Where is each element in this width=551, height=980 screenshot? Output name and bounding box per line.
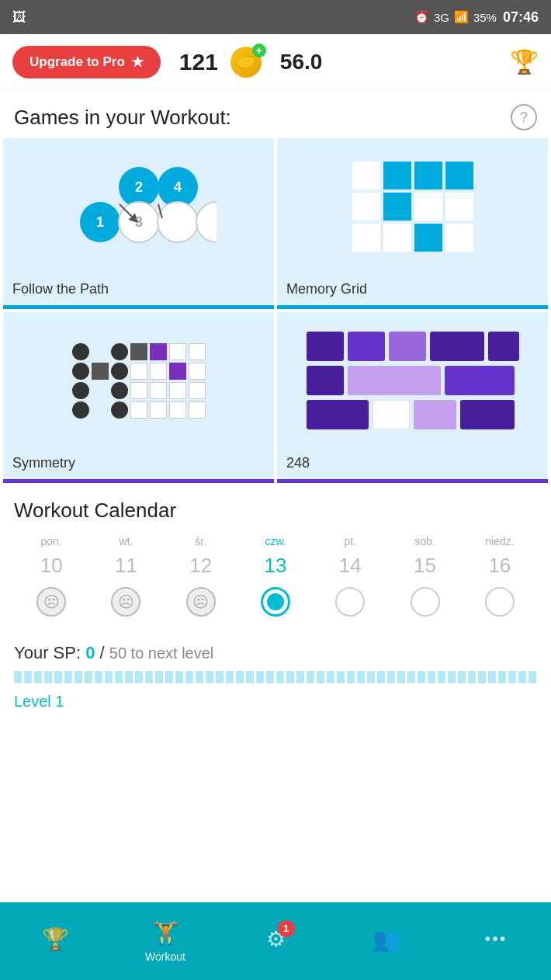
help-button[interactable]: ? [511, 104, 537, 130]
progress-segment [185, 671, 193, 683]
cal-status-0: ☹ [14, 581, 88, 623]
section-header: Games in your Workout: ? [0, 90, 551, 138]
active-circle-inner [267, 593, 284, 610]
top-bar: Upgrade to Pro ★ 121 + 56.0 🏆 [0, 34, 551, 90]
games-grid: 1 2 3 4 Follow the Path [0, 138, 551, 483]
progress-segment [226, 671, 234, 683]
progress-segment [488, 671, 496, 683]
progress-segment [115, 671, 123, 683]
nav-item-workout[interactable]: 🏋 Workout [110, 920, 220, 963]
cal-day-num-6: 16 [463, 551, 537, 581]
signal-text: 3G [434, 11, 449, 24]
cal-status-2: ☹ [164, 581, 238, 623]
progress-segment [155, 671, 163, 683]
progress-segment [307, 671, 314, 683]
sp-separator-slash: / [100, 643, 105, 662]
cal-status-5 [387, 581, 462, 623]
progress-segment [85, 671, 92, 683]
sp-value: 0 [85, 643, 95, 662]
game-label-memory-grid: Memory Grid [277, 275, 548, 305]
progress-segment [24, 671, 32, 683]
game-card-follow-path[interactable]: 1 2 3 4 Follow the Path [3, 138, 274, 309]
cal-day-num-3: 13 [238, 551, 313, 581]
game-card-symmetry[interactable]: Symmetry [3, 312, 274, 483]
cal-status-3[interactable] [238, 581, 313, 623]
coin-container: + [230, 47, 262, 78]
cal-day-num-1: 11 [88, 551, 163, 581]
progress-segment [498, 671, 506, 683]
status-time: 07:46 [503, 9, 539, 26]
game-card-image-symmetry [3, 312, 274, 449]
calendar-title: Workout Calendar [14, 499, 537, 523]
progress-segment [216, 671, 224, 683]
progress-segment [448, 671, 456, 683]
progress-segment [337, 671, 345, 683]
progress-segment [286, 671, 294, 683]
gallery-icon: 🖼 [12, 9, 26, 25]
progress-segment [367, 671, 375, 683]
status-bar-left: 🖼 [12, 9, 26, 26]
upgrade-button[interactable]: Upgrade to Pro ★ [12, 46, 161, 78]
workout-nav-icon: 🏋 [152, 920, 179, 946]
signal-bars-icon: 📶 [454, 10, 469, 24]
progress-segment [206, 671, 213, 683]
xp-value: 56.0 [280, 50, 323, 75]
progress-segment [175, 671, 183, 683]
cal-status-6 [463, 581, 537, 623]
progress-segment [75, 671, 82, 683]
cal-day-name-4: pt. [313, 535, 387, 551]
cal-status-1: ☹ [88, 581, 163, 623]
nav-item-more[interactable]: ••• [441, 929, 551, 954]
svg-text:3: 3 [134, 214, 142, 230]
progress-segment [528, 671, 536, 683]
progress-segment [468, 671, 476, 683]
progress-segment [105, 671, 113, 683]
progress-segment [266, 671, 274, 683]
trophy-icon: 🏆 [510, 48, 539, 75]
cal-day-name-1: wt. [88, 535, 163, 551]
progress-segment [418, 671, 425, 683]
calendar-grid: pon. wt. śr. czw. pt. sob. niedz. 10 11 … [14, 535, 537, 623]
cal-day-name-3: czw. [238, 535, 313, 551]
score-value: 121 [179, 49, 218, 75]
progress-segment [54, 671, 62, 683]
game-bar-memory-grid [277, 305, 548, 309]
level-text: Level 1 [14, 693, 537, 711]
progress-segment [145, 671, 153, 683]
sad-face-2: ☹ [186, 587, 216, 617]
sp-label: Your SP: [14, 643, 81, 662]
game-card-image-follow-path: 1 2 3 4 [3, 138, 274, 275]
progress-segment [458, 671, 466, 683]
bottom-nav: 🏆 🏋 Workout ⚙ 1 👥 ••• [0, 902, 551, 980]
svg-point-7 [196, 202, 217, 242]
sp-next-level: 50 to next level [109, 645, 214, 662]
progress-segment [377, 671, 385, 683]
symmetry-visual [72, 343, 206, 419]
svg-text:4: 4 [173, 179, 181, 195]
progress-bar [14, 671, 537, 683]
cal-day-name-2: śr. [164, 535, 238, 551]
star-icon: ★ [131, 54, 144, 71]
progress-segment [34, 671, 42, 683]
nav-label-workout: Workout [145, 950, 185, 963]
progress-segment [438, 671, 445, 683]
workout-calendar: Workout Calendar pon. wt. śr. czw. pt. s… [0, 483, 551, 631]
sad-face-1: ☹ [111, 587, 140, 617]
game-card-248[interactable]: 248 [277, 312, 548, 483]
nav-item-settings[interactable]: ⚙ 1 [220, 926, 331, 957]
settings-badge: 1 [278, 920, 295, 937]
nav-item-trophy[interactable]: 🏆 [0, 926, 110, 957]
progress-segment [478, 671, 486, 683]
progress-segment [428, 671, 435, 683]
progress-segment [276, 671, 284, 683]
battery-text: 35% [473, 11, 497, 24]
nav-item-community[interactable]: 👥 [331, 926, 441, 957]
cal-day-num-4: 14 [313, 551, 387, 581]
progress-segment [508, 671, 516, 683]
svg-text:2: 2 [134, 179, 142, 195]
svg-text:1: 1 [95, 214, 103, 230]
game-card-memory-grid[interactable]: Memory Grid [277, 138, 548, 309]
cal-day-num-0: 10 [14, 551, 88, 581]
progress-segment [165, 671, 173, 683]
progress-segment [196, 671, 203, 683]
